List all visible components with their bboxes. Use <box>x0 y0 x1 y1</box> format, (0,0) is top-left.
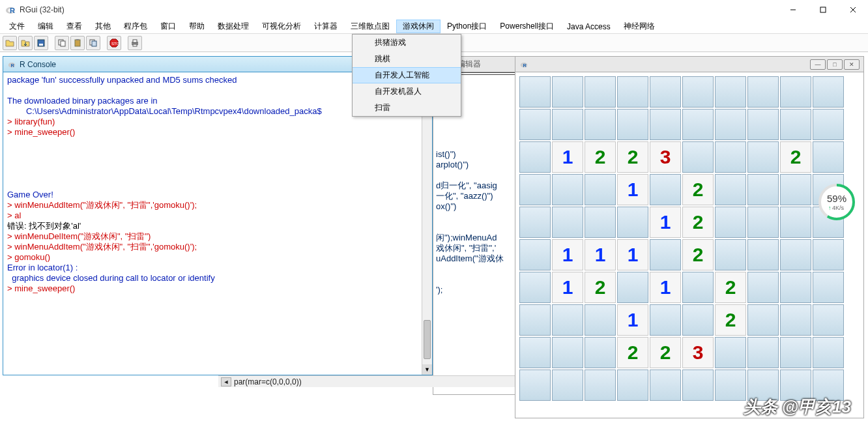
mine-cell-7-9[interactable] <box>813 304 844 336</box>
mine-cell-1-6[interactable] <box>715 109 746 140</box>
mine-cell-1-3[interactable] <box>617 109 648 140</box>
mine-cell-4-0[interactable] <box>519 207 551 238</box>
menu-窗口[interactable]: 窗口 <box>154 20 182 33</box>
mdi-maximize-button[interactable]: □ <box>827 59 843 70</box>
menu-数据处理[interactable]: 数据处理 <box>211 20 255 33</box>
mine-cell-9-2[interactable] <box>585 370 616 401</box>
mine-cell-0-2[interactable] <box>585 76 616 108</box>
mine-cell-2-3[interactable]: 2 <box>617 141 648 173</box>
mine-cell-3-2[interactable] <box>585 174 616 205</box>
mine-cell-2-2[interactable]: 2 <box>585 141 616 173</box>
dropdown-item-4[interactable]: 扫雷 <box>353 100 461 116</box>
menu-帮助[interactable]: 帮助 <box>182 20 211 33</box>
scroll-thumb[interactable] <box>424 320 431 359</box>
mine-cell-4-4[interactable]: 1 <box>650 207 681 238</box>
mine-cell-4-7[interactable] <box>747 207 779 238</box>
mine-cell-1-8[interactable] <box>780 109 811 140</box>
print-button[interactable] <box>128 36 142 50</box>
mine-cell-4-6[interactable] <box>715 207 746 238</box>
r-editor-body[interactable]: 化") ist()")arplot()") d归一化", "aasig一化", … <box>433 75 523 394</box>
mine-cell-8-7[interactable] <box>747 337 779 368</box>
mine-cell-3-5[interactable]: 2 <box>682 174 714 205</box>
mine-cell-2-1[interactable]: 1 <box>552 141 583 173</box>
mine-cell-3-4[interactable] <box>650 174 681 205</box>
minesweeper-titlebar[interactable]: R — □ ✕ <box>515 57 863 72</box>
dropdown-item-3[interactable]: 自开发机器人 <box>353 83 461 100</box>
mine-cell-9-4[interactable] <box>650 370 681 401</box>
mine-cell-1-7[interactable] <box>747 109 779 140</box>
mine-cell-0-3[interactable] <box>617 76 648 108</box>
mine-cell-7-6[interactable]: 2 <box>715 304 746 336</box>
mine-cell-5-5[interactable]: 2 <box>682 239 714 270</box>
mine-cell-6-5[interactable] <box>682 272 714 303</box>
mine-cell-7-7[interactable] <box>747 304 779 336</box>
mdi-minimize-button[interactable]: — <box>810 59 826 70</box>
open-button[interactable] <box>3 36 17 50</box>
mine-cell-8-0[interactable] <box>519 337 551 368</box>
mine-cell-7-1[interactable] <box>552 304 583 336</box>
mine-cell-0-1[interactable] <box>552 76 583 108</box>
paste-button[interactable] <box>70 36 85 50</box>
minimize-button[interactable] <box>778 0 808 20</box>
mine-cell-6-4[interactable]: 1 <box>650 272 681 303</box>
mine-cell-7-3[interactable]: 1 <box>617 304 648 336</box>
mine-cell-4-2[interactable] <box>585 207 616 238</box>
mine-cell-0-0[interactable] <box>519 76 551 108</box>
mine-cell-7-4[interactable] <box>650 304 681 336</box>
copy-button[interactable] <box>55 36 69 50</box>
menu-计算器[interactable]: 计算器 <box>308 20 344 33</box>
mine-cell-3-6[interactable] <box>715 174 746 205</box>
mine-cell-0-5[interactable] <box>682 76 714 108</box>
mine-cell-9-1[interactable] <box>552 370 583 401</box>
mine-cell-0-4[interactable] <box>650 76 681 108</box>
mine-cell-8-6[interactable] <box>715 337 746 368</box>
mine-cell-1-1[interactable] <box>552 109 583 140</box>
mine-cell-5-4[interactable] <box>650 239 681 270</box>
dropdown-item-0[interactable]: 拱猪游戏 <box>353 35 461 51</box>
mine-cell-4-1[interactable] <box>552 207 583 238</box>
network-speed-widget[interactable]: 59% 4K/s ↑ <box>817 182 856 224</box>
mine-cell-6-3[interactable] <box>617 272 648 303</box>
mine-cell-8-1[interactable] <box>552 337 583 368</box>
mine-cell-7-5[interactable] <box>682 304 714 336</box>
menu-神经网络[interactable]: 神经网络 <box>617 20 661 33</box>
mine-cell-7-2[interactable] <box>585 304 616 336</box>
mine-cell-5-1[interactable]: 1 <box>552 239 583 270</box>
mine-cell-3-7[interactable] <box>747 174 779 205</box>
mine-cell-5-8[interactable] <box>780 239 811 270</box>
mine-cell-1-0[interactable] <box>519 109 551 140</box>
dropdown-item-1[interactable]: 跳棋 <box>353 51 461 67</box>
mine-cell-3-8[interactable] <box>780 174 811 205</box>
mine-cell-8-4[interactable]: 2 <box>650 337 681 368</box>
scroll-left-icon[interactable]: ◄ <box>221 377 231 386</box>
mine-cell-4-5[interactable]: 2 <box>682 207 714 238</box>
mine-cell-1-2[interactable] <box>585 109 616 140</box>
menu-三维散点图[interactable]: 三维散点图 <box>344 20 396 33</box>
r-console-body[interactable]: package 'fun' successfully unpacked and … <box>3 72 432 375</box>
menu-编辑[interactable]: 编辑 <box>31 20 60 33</box>
mine-cell-6-2[interactable]: 2 <box>585 272 616 303</box>
mine-cell-0-9[interactable] <box>813 76 844 108</box>
mine-cell-8-8[interactable] <box>780 337 811 368</box>
menu-Java Access[interactable]: Java Access <box>560 21 617 33</box>
mine-cell-8-5[interactable]: 3 <box>682 337 714 368</box>
mine-cell-9-0[interactable] <box>519 370 551 401</box>
close-button[interactable] <box>838 0 868 20</box>
scroll-down-icon[interactable]: ▼ <box>422 364 432 375</box>
mine-cell-2-6[interactable] <box>715 141 746 173</box>
mine-cell-1-4[interactable] <box>650 109 681 140</box>
mine-cell-7-0[interactable] <box>519 304 551 336</box>
mine-cell-2-7[interactable] <box>747 141 779 173</box>
mine-cell-3-1[interactable] <box>552 174 583 205</box>
menu-游戏休闲[interactable]: 游戏休闲 <box>396 20 441 33</box>
menu-Powershell接口[interactable]: Powershell接口 <box>493 20 560 33</box>
copy2-button[interactable] <box>86 36 100 50</box>
mine-cell-8-3[interactable]: 2 <box>617 337 648 368</box>
dropdown-item-2[interactable]: 自开发人工智能 <box>353 67 461 83</box>
mine-cell-9-6[interactable] <box>715 370 746 401</box>
mine-cell-1-9[interactable] <box>813 109 844 140</box>
mine-cell-5-2[interactable]: 1 <box>585 239 616 270</box>
mine-cell-5-3[interactable]: 1 <box>617 239 648 270</box>
mine-cell-5-7[interactable] <box>747 239 779 270</box>
mine-cell-5-9[interactable] <box>813 239 844 270</box>
